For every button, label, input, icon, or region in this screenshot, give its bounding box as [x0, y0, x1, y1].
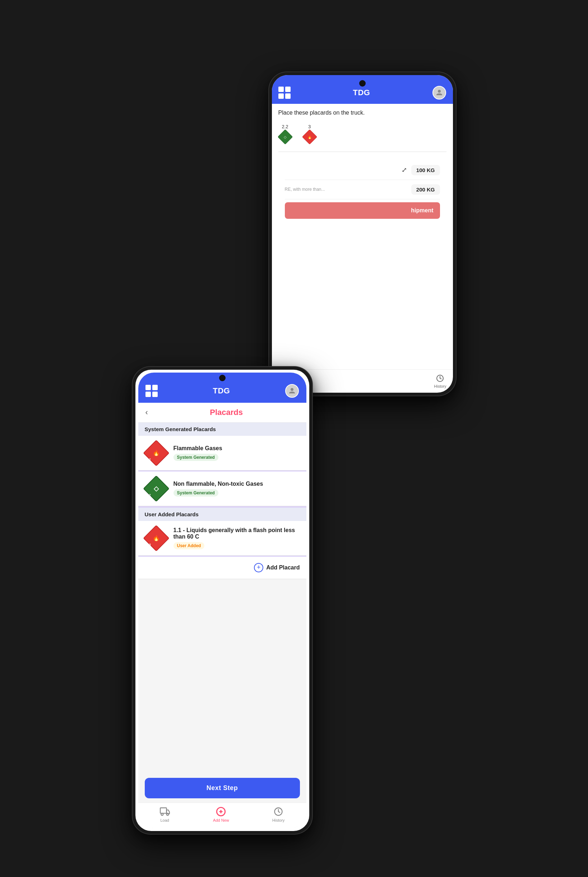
history-nav[interactable]: History [434, 374, 446, 388]
red-btn[interactable]: hipment [285, 202, 440, 219]
back-placard-3: 3 🔥 [303, 124, 316, 144]
placard-diamond-red-1: 🔥 2 [145, 442, 168, 464]
placard-name-user: 1.1 - Liquids generally with a flash poi… [174, 527, 300, 540]
back-content: Place these placards on the truck. 2.2 ◇ [272, 104, 453, 369]
bottom-nav: Load Add New [138, 803, 306, 828]
placard-name-nonflammable: Non flammable, Non-toxic Gases [174, 481, 300, 487]
content-area: System Generated Placards 🔥 2 [138, 422, 306, 770]
front-header-title: TDG [213, 386, 230, 396]
placard-diamond-green: ◇ 2 [145, 477, 168, 500]
badge-system-1: System Generated [174, 454, 218, 461]
back-placard-num-2-2: 2.2 [282, 124, 288, 129]
add-placard-text: Add Placard [266, 565, 300, 571]
section-header-system: System Generated Placards [138, 422, 306, 436]
divider-1 [278, 152, 447, 152]
svg-point-5 [166, 813, 168, 815]
back-avatar[interactable] [432, 86, 446, 99]
next-step-button[interactable]: Next Step [145, 778, 300, 798]
nav-label-load: Load [160, 818, 169, 822]
section-header-user: User Added Placards [138, 508, 306, 521]
flame-icon-2: 🔥 [153, 535, 160, 541]
bottom-section: Next Step [138, 770, 306, 803]
back-phone: TDG Place these placards on the truck. 2… [269, 72, 456, 396]
expand-icon[interactable]: ⤢ [402, 166, 407, 174]
add-placard-icon: + [254, 563, 263, 572]
front-app: TDG ‹ Placards System Generated Placards [138, 372, 306, 828]
svg-rect-3 [160, 808, 166, 813]
front-phone: TDG ‹ Placards System Generated Placards [132, 367, 312, 834]
back-row-2-kg: 200 KG [411, 184, 440, 195]
back-row-2: RE, with more than... 200 KG [285, 180, 440, 200]
nav-label-add-new: Add New [213, 818, 229, 822]
history-label: History [434, 384, 446, 388]
history-icon [273, 806, 284, 817]
front-phone-inner: TDG ‹ Placards System Generated Placards [135, 370, 309, 831]
add-circle-icon [216, 806, 226, 817]
separator-1 [138, 471, 306, 472]
camera-hole-front [219, 375, 226, 381]
truck-icon [160, 806, 170, 817]
nav-item-add-new[interactable]: Add New [213, 806, 229, 822]
badge-user-1: User Added [174, 542, 205, 549]
small-diamond-green: ◇ [278, 130, 292, 144]
add-placard-row[interactable]: + Add Placard [138, 557, 306, 579]
back-button[interactable]: ‹ [146, 408, 148, 417]
placard-diamond-red-2: 🔥 3 [145, 527, 168, 550]
badge-system-2: System Generated [174, 490, 218, 497]
placard-item-flammable[interactable]: 🔥 2 Flammable Gases System Generated [138, 436, 306, 471]
back-app: TDG Place these placards on the truck. 2… [272, 75, 453, 393]
grid-icon-back[interactable] [278, 87, 291, 99]
spacer [138, 579, 306, 601]
nav-item-load[interactable]: Load [160, 806, 170, 822]
small-diamond-red: 🔥 [303, 130, 316, 144]
back-row-1-kg: 100 KG [411, 165, 440, 175]
back-placards-row: 2.2 ◇ 3 🔥 [278, 120, 447, 147]
back-app-header: TDG [272, 75, 453, 104]
grid-icon-front[interactable] [146, 385, 158, 397]
separator-3 [138, 556, 306, 557]
placard-info-flammable: Flammable Gases System Generated [174, 445, 300, 461]
back-row-2-note: RE, with more than... [285, 187, 411, 192]
svg-point-2 [291, 388, 294, 391]
placard-info-nonflammable: Non flammable, Non-toxic Gases System Ge… [174, 481, 300, 497]
back-intro-text: Place these placards on the truck. [278, 110, 447, 116]
back-placard-num-3: 3 [308, 124, 311, 129]
flame-icon-1: 🔥 [153, 450, 160, 456]
page-title: Placards [154, 408, 299, 417]
placard-item-nonflammable[interactable]: ◇ 2 Non flammable, Non-toxic Gases Syste… [138, 472, 306, 506]
placard-info-user: 1.1 - Liquids generally with a flash poi… [174, 527, 300, 549]
section-divider [138, 506, 306, 508]
svg-point-0 [438, 90, 441, 93]
back-placard-2-2: 2.2 ◇ [278, 124, 292, 144]
front-avatar[interactable] [285, 384, 299, 398]
camera-hole-back [359, 80, 366, 87]
back-header-title: TDG [353, 88, 370, 98]
back-row-1: ⤢ 100 KG [285, 161, 440, 180]
diamond-symbol-2: ◇ [154, 485, 159, 493]
nav-label-history: History [272, 818, 285, 822]
placard-item-user[interactable]: 🔥 3 1.1 - Liquids generally with a flash… [138, 521, 306, 556]
page-header: ‹ Placards [138, 403, 306, 422]
svg-point-4 [161, 813, 163, 815]
placard-name-flammable: Flammable Gases [174, 445, 300, 452]
back-right-content: ⤢ 100 KG RE, with more than... 200 KG hi… [278, 156, 447, 223]
nav-item-history[interactable]: History [272, 806, 285, 822]
